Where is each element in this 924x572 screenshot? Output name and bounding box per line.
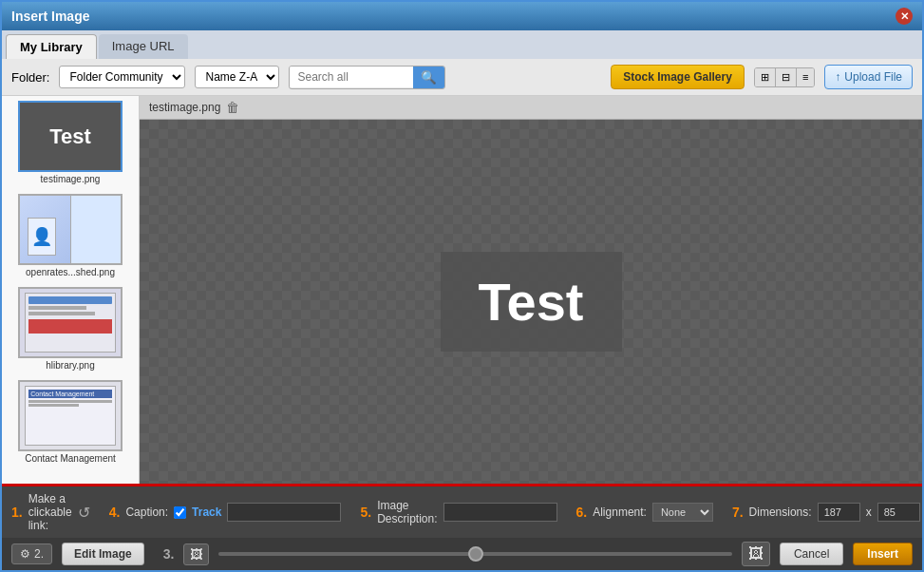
folder-label: Folder:	[11, 70, 49, 85]
caption-section: 4. Caption: Track	[109, 503, 342, 522]
image-large-icon[interactable]: 🖼	[742, 542, 770, 566]
caption-input[interactable]	[227, 503, 341, 522]
size-slider[interactable]	[218, 552, 732, 556]
preview-filename: testimage.png	[149, 101, 220, 114]
track-label: Track	[192, 505, 221, 519]
section6-num: 6.	[576, 505, 588, 520]
thumb-label-testimage: testimage.png	[41, 174, 101, 184]
height-input[interactable]: 85	[877, 503, 920, 522]
view-small-button[interactable]: ⊞	[755, 68, 776, 86]
dimensions-separator: x	[866, 505, 872, 519]
thumbnail-contact[interactable]: Contact Management	[18, 380, 123, 451]
link-label: Make a clickable link:	[28, 492, 72, 532]
edit-image-button[interactable]: Edit Image	[62, 543, 144, 565]
cancel-button[interactable]: Cancel	[780, 543, 843, 565]
title-bar: Insert Image ✕	[2, 2, 922, 30]
view-medium-button[interactable]: ⊟	[776, 68, 797, 86]
slider-container	[218, 552, 732, 556]
section7-num: 7.	[732, 505, 744, 520]
list-item[interactable]: Test testimage.png	[7, 101, 134, 184]
thumbnail-openrates[interactable]: 👤	[18, 194, 123, 265]
dimensions-label: Dimensions:	[749, 505, 812, 519]
alignment-label: Alignment:	[593, 505, 647, 519]
caption-label: Caption:	[125, 505, 168, 519]
link-section: 1. Make a clickable link: ↺	[11, 492, 90, 532]
bottom-panel: 1. Make a clickable link: ↺ 4. Caption: …	[2, 484, 922, 570]
preview-header: testimage.png 🗑	[140, 96, 922, 120]
alignment-section: 6. Alignment: None Left Right Center	[576, 503, 713, 522]
section5-num: 5.	[360, 505, 371, 520]
insert-button[interactable]: Insert	[853, 543, 913, 565]
img-desc-input[interactable]	[443, 503, 557, 522]
list-item[interactable]: Contact Management Contact Management	[7, 380, 134, 464]
section2-num: 2.	[34, 547, 44, 561]
stock-image-gallery-button[interactable]: Stock Image Gallery	[611, 65, 745, 89]
bottom-actions-row: ⚙ 2. Edit Image 3. 🖼 🖼 Cancel Insert	[2, 538, 922, 570]
list-item[interactable]: 👤 openrates...shed.png	[7, 194, 134, 277]
search-container: 🔍	[289, 66, 445, 89]
preview-image: Test	[441, 252, 622, 352]
image-sidebar: Test testimage.png 👤 openrates...shed.pn…	[2, 96, 140, 484]
upload-icon: ↑	[835, 70, 840, 84]
preview-image-container: Test	[140, 120, 922, 484]
section1-num: 1.	[11, 505, 23, 520]
link-arrow-button[interactable]: ↺	[78, 504, 90, 522]
alignment-select[interactable]: None Left Right Center	[652, 503, 713, 522]
section3-num: 3.	[163, 546, 175, 562]
settings-gear-button[interactable]: ⚙ 2.	[11, 543, 52, 564]
folder-select[interactable]: Folder Community	[59, 66, 185, 88]
view-large-button[interactable]: ≡	[797, 68, 814, 86]
toolbar: Folder: Folder Community Name Z-A 🔍 Stoc…	[2, 59, 922, 96]
img-desc-label: Image Description:	[377, 499, 437, 525]
sort-select[interactable]: Name Z-A	[195, 66, 279, 88]
preview-area: testimage.png 🗑 Test	[140, 96, 922, 484]
close-button[interactable]: ✕	[896, 8, 913, 25]
delete-icon[interactable]: 🗑	[226, 100, 239, 115]
dimensions-section: 7. Dimensions: 187 x 85 🔒	[732, 503, 924, 522]
search-input[interactable]	[290, 67, 413, 87]
dialog-title: Insert Image	[11, 9, 89, 24]
gear-icon: ⚙	[20, 547, 30, 561]
section4-num: 4.	[109, 505, 121, 520]
thumbnail-testimage[interactable]: Test	[18, 101, 123, 172]
thumb-label-hlibrary: hlibrary.png	[46, 360, 95, 371]
thumb-label-openrates: openrates...shed.png	[26, 267, 115, 277]
img-desc-section: 5. Image Description:	[360, 499, 556, 525]
track-checkbox[interactable]	[174, 506, 186, 519]
bottom-settings-row: 1. Make a clickable link: ↺ 4. Caption: …	[2, 486, 922, 538]
list-item[interactable]: hlibrary.png	[7, 287, 134, 371]
width-input[interactable]: 187	[818, 503, 860, 522]
image-small-icon[interactable]: 🖼	[183, 543, 209, 565]
thumb-label-contact: Contact Management	[25, 453, 116, 464]
insert-image-dialog: Insert Image ✕ My Library Image URL Fold…	[0, 0, 924, 572]
tab-my-library[interactable]: My Library	[6, 34, 97, 59]
tab-bar: My Library Image URL	[2, 30, 922, 59]
main-content: Test testimage.png 👤 openrates...shed.pn…	[2, 96, 922, 484]
search-button[interactable]: 🔍	[413, 67, 444, 88]
view-buttons: ⊞ ⊟ ≡	[754, 67, 815, 87]
tab-image-url[interactable]: Image URL	[99, 34, 188, 59]
thumbnail-hlibrary[interactable]	[18, 287, 123, 358]
upload-file-button[interactable]: ↑ Upload File	[824, 65, 913, 89]
